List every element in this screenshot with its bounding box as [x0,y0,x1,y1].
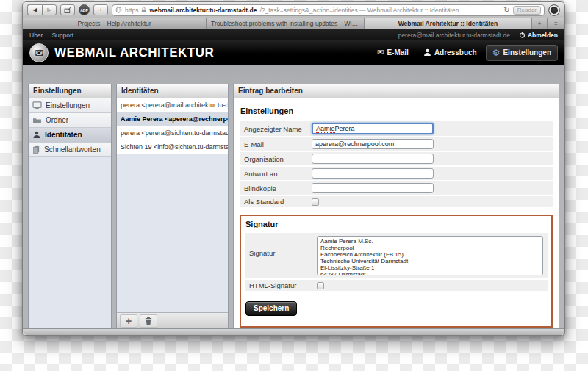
url-scheme: https [125,7,138,14]
tab-projects[interactable]: Projects – Help Architektur [23,18,207,29]
trash-icon [145,317,152,325]
bcc-row: Blindkopie [240,181,553,195]
identity-row-selected[interactable]: Aamie Perera <aperera@rechnerpool.com> [117,112,228,126]
person-icon [32,131,41,139]
gear-icon: ⚙ [492,48,501,57]
tab-troubleshoot[interactable]: Troubleshoot problems with installing up… [207,18,365,29]
new-window-button[interactable]: + [93,4,108,15]
lock-icon [141,7,146,13]
person-icon [423,48,431,57]
settings-nav-title: Einstellungen [29,84,111,98]
url-host: webmail.architektur.tu-darmstadt.de [149,7,257,14]
default-checkbox[interactable] [312,198,319,206]
email-icon: ✉ [377,48,384,57]
section-signatur: Signatur [245,220,548,228]
identity-row[interactable]: Sichten 19 <info@sichten.tu-darmstadt.de… [117,140,228,154]
email-input[interactable] [312,139,434,149]
sidebar-item-identitaeten[interactable]: Identitäten [29,128,111,143]
envelope-icon: ✉ [35,47,43,59]
edit-entry-form: Einstellungen Angezeigter Name Aamie Per… [234,98,559,328]
brand-title: WEBMAIL ARCHITEKTUR [54,46,214,60]
display-name-input[interactable]: Aamie Perera [312,123,434,134]
url-field[interactable]: https webmail.architektur.tu-darmstadt.d… [112,4,545,16]
signature-section: Signatur Signatur Aamie Perera M.Sc. Rec… [240,215,553,328]
favicon-globe-icon [115,7,122,13]
sidebar-item-einstellungen[interactable]: Einstellungen [29,98,111,113]
delete-identity-button[interactable] [140,314,157,328]
header-main-row: ✉ WEBMAIL ARCHITEKTUR ✉ E-Mail Adressbuc… [23,40,564,65]
nav-addressbook[interactable]: Adressbuch [417,46,483,60]
tab-overview-button[interactable]: ≡ [547,18,564,29]
logout-button[interactable]: Abmelden [519,32,558,39]
organisation-row: Organisation [240,152,553,165]
identities-title: Identitäten [117,84,228,98]
reply-to-row: Antwort an [240,167,553,180]
display-icon [32,101,42,109]
folder-icon [32,117,42,124]
display-name-row: Angezeigter Name Aamie Perera [240,121,553,136]
power-icon [519,32,526,38]
nav-settings[interactable]: ⚙ Einstellungen [486,45,558,61]
tab-webmail-active[interactable]: Webmail Architektur :: Identitäten [365,18,532,29]
signature-textarea[interactable]: Aamie Perera M.Sc. Rechnerpool Fachberei… [317,236,543,275]
content-area: Einstellungen Einstellungen Ordner [23,65,564,328]
html-signature-row: HTML-Signatur [245,280,548,291]
window-bottom-bar [23,328,564,335]
app-logo: ✉ [29,43,49,62]
organisation-input[interactable] [312,154,434,164]
support-link[interactable]: Support [51,32,74,39]
about-link[interactable]: Über [29,32,43,39]
adblock-button[interactable]: ABP [79,4,90,15]
settings-nav-panel: Einstellungen Einstellungen Ordner [28,84,112,328]
account-email: perera@mail.architektur.tu-darmstadt.de [398,32,510,39]
reload-button[interactable]: ↻ [503,7,509,14]
app-header: Über Support perera@mail.architektur.tu-… [23,29,564,65]
app-nav: ✉ E-Mail Adressbuch ⚙ Einstellungen [371,45,558,61]
reply-to-input[interactable] [312,168,434,179]
back-button[interactable]: ◀ [27,4,42,15]
add-identity-button[interactable]: + [120,314,137,328]
browser-window: ◀ ▶ ABP + https webmail.architektur.tu-d… [22,1,565,336]
section-einstellungen: Einstellungen [240,107,553,115]
share-button[interactable] [60,4,75,15]
url-path: /?_task=settings&_action=identities — We… [259,7,501,14]
html-signature-checkbox[interactable] [317,282,324,289]
reader-button[interactable]: Reader [513,6,541,15]
toolbar-circle-button[interactable] [548,4,560,16]
text-caret [356,125,356,132]
edit-entry-title: Eintrag bearbeiten [234,84,559,98]
email-row: E-Mail [240,137,553,151]
header-top-row: Über Support perera@mail.architektur.tu-… [23,29,564,40]
identity-row[interactable]: perera <perera@mail.architektur.tu-darms… [117,98,228,112]
forward-button[interactable]: ▶ [42,4,57,15]
sidebar-item-schnellantworten[interactable]: Schnellantworten [29,143,111,157]
share-icon [64,7,72,13]
identity-row[interactable]: perera <perera@sichten.tu-darmstadt.de> [117,126,228,140]
new-tab-button[interactable]: + [532,18,547,29]
documents-icon [32,145,40,154]
tab-bar: Projects – Help Architektur Troubleshoot… [23,18,564,29]
bcc-input[interactable] [312,183,434,193]
browser-toolbar: ◀ ▶ ABP + https webmail.architektur.tu-d… [23,2,564,18]
edit-entry-panel: Eintrag bearbeiten Einstellungen Angezei… [233,84,559,328]
identities-footer: + [117,312,228,328]
sidebar-item-ordner[interactable]: Ordner [29,113,111,128]
nav-email[interactable]: ✉ E-Mail [371,46,415,60]
signature-row: Signatur Aamie Perera M.Sc. Rechnerpool … [245,233,548,278]
save-button[interactable]: Speichern [245,301,297,316]
identities-panel: Identitäten perera <perera@mail.architek… [116,84,229,328]
default-row: Als Standard [240,196,553,207]
history-nav: ◀ ▶ [27,4,57,15]
